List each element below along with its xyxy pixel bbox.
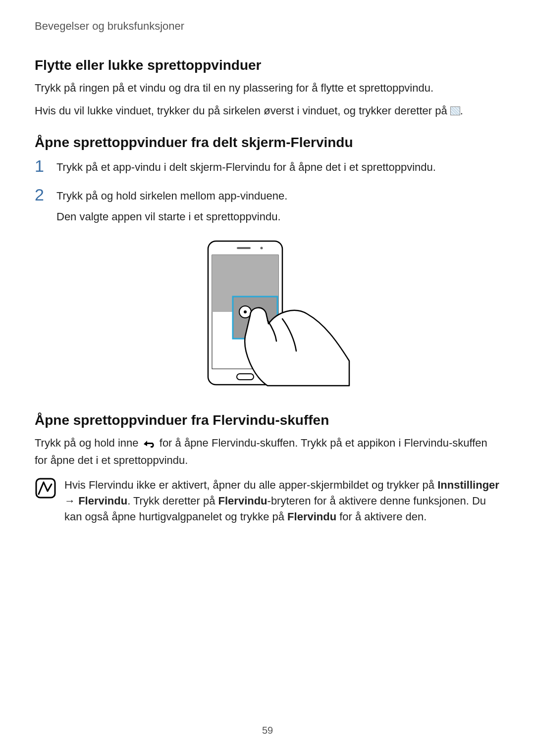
section-heading-open-from-tray: Åpne sprettoppvinduer fra Flervindu-skuf…: [35, 412, 500, 428]
text: Trykk på og hold inne: [35, 437, 142, 449]
text: Hvis Flervindu ikke er aktivert, åpner d…: [64, 479, 437, 491]
step-item: Trykk på og hold sirkelen mellom app-vin…: [35, 188, 500, 225]
bold-text: Flervindu: [78, 495, 127, 507]
steps-list: Trykk på et app-vindu i delt skjerm-Fler…: [35, 159, 500, 225]
step-item: Trykk på et app-vindu i delt skjerm-Fler…: [35, 159, 500, 175]
step-text: Trykk på og hold sirkelen mellom app-vin…: [56, 188, 500, 204]
back-arrow-icon: [142, 437, 157, 453]
chapter-title: Bevegelser og bruksfunksjoner: [35, 20, 500, 33]
step-text: Den valgte appen vil starte i et spretto…: [56, 209, 500, 225]
note-text: Hvis Flervindu ikke er aktivert, åpner d…: [64, 477, 500, 525]
page-number: 59: [0, 725, 535, 736]
text: . Trykk deretter på: [127, 495, 218, 507]
section-heading-move-close: Flytte eller lukke sprettoppvinduer: [35, 57, 500, 73]
svg-rect-1: [237, 247, 251, 249]
note-block: Hvis Flervindu ikke er aktivert, åpner d…: [35, 477, 500, 525]
paragraph: Trykk på ringen på et vindu og dra til e…: [35, 80, 500, 96]
text: Hvis du vil lukke vinduet, trykker du på…: [35, 104, 450, 117]
step-text: Trykk på et app-vindu i delt skjerm-Fler…: [56, 159, 500, 175]
note-icon: [35, 477, 56, 525]
text: .: [460, 104, 463, 117]
bold-text: Flervindu: [287, 510, 336, 523]
text: for å aktivere den.: [336, 510, 427, 523]
figure-phone-tap: [35, 237, 500, 393]
section-heading-open-from-split: Åpne sprettoppvinduer fra delt skjerm-Fl…: [35, 135, 500, 151]
svg-point-7: [244, 310, 247, 313]
paragraph: Hvis du vil lukke vinduet, trykker du på…: [35, 103, 500, 119]
text: →: [64, 495, 78, 507]
paragraph: Trykk på og hold inne for å åpne Flervin…: [35, 435, 500, 468]
bold-text: Flervindu: [218, 495, 268, 507]
svg-point-2: [261, 247, 263, 250]
close-icon: [450, 106, 460, 115]
svg-rect-8: [237, 374, 254, 380]
page: Bevegelser og bruksfunksjoner Flytte ell…: [0, 0, 535, 756]
bold-text: Innstillinger: [437, 479, 499, 491]
